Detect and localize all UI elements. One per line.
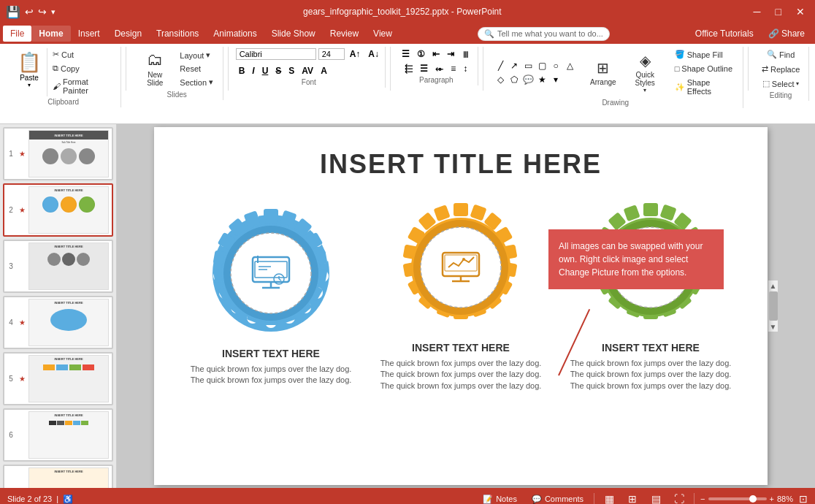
zoom-in-button[interactable]: + xyxy=(770,495,774,503)
quick-styles-button[interactable]: ◈ Quick Styles ▾ xyxy=(622,50,668,96)
right-scrollbar: ▲ ▼ xyxy=(768,280,778,332)
justify-button[interactable]: ≡ xyxy=(448,63,459,75)
shape-arrow[interactable]: ↗ xyxy=(508,59,521,72)
menu-view[interactable]: View xyxy=(366,26,399,42)
comments-button[interactable]: 💬 Comments xyxy=(527,493,588,505)
menu-review[interactable]: Review xyxy=(323,26,366,42)
slide-thumb-4[interactable]: 4 ★ INSERT TITLE HERE xyxy=(3,296,113,349)
scroll-down-button[interactable]: ▼ xyxy=(768,321,778,332)
slide-thumb-3[interactable]: 3 ★ INSERT TITLE HERE xyxy=(3,240,113,293)
bullets-button[interactable]: ☰ xyxy=(399,48,413,60)
slide-thumb-6[interactable]: 6 ★ INSERT TITLE HERE xyxy=(3,408,113,462)
menu-slideshow[interactable]: Slide Show xyxy=(264,26,323,42)
replace-button[interactable]: ⇄ Replace xyxy=(758,63,803,75)
close-button[interactable]: ✕ xyxy=(792,4,809,19)
svg-point-71 xyxy=(421,227,501,308)
paste-dropdown-icon[interactable]: ▾ xyxy=(28,82,31,88)
increase-indent-button[interactable]: ⇥ xyxy=(444,48,457,60)
menu-insert[interactable]: Insert xyxy=(71,26,107,42)
reset-button[interactable]: Reset xyxy=(176,63,217,75)
shape-round-rect[interactable]: ▢ xyxy=(535,59,548,72)
numbering-button[interactable]: ① xyxy=(414,48,428,60)
gear-svg-orange xyxy=(395,202,527,333)
select-button[interactable]: ⬚ Select ▾ xyxy=(759,77,803,90)
zoom-out-button[interactable]: − xyxy=(700,495,705,503)
shape-pentagon[interactable]: ⬠ xyxy=(508,73,521,86)
slide-canvas[interactable]: INSERT TITLE HERE All images can be swap… xyxy=(154,127,768,485)
notes-button[interactable]: 📝 Notes xyxy=(478,493,521,505)
undo-icon[interactable]: ↩ xyxy=(25,6,34,18)
menu-design[interactable]: Design xyxy=(107,26,149,42)
shape-fill-button[interactable]: 🪣 Shape Fill xyxy=(671,48,738,61)
menu-home[interactable]: Home xyxy=(31,26,70,42)
columns-button[interactable]: ⫼ xyxy=(459,48,473,60)
decrease-indent-button[interactable]: ⇤ xyxy=(429,48,443,60)
menu-office-tutorials[interactable]: Office Tutorials xyxy=(688,26,761,42)
align-left-button[interactable]: ⬱ xyxy=(402,63,416,75)
increase-font-button[interactable]: A↑ xyxy=(347,48,364,60)
shape-callout[interactable]: 💬 xyxy=(521,73,535,86)
customize-icon[interactable]: ▾ xyxy=(51,7,56,17)
title-filename: gears_infographic_toolkit_19252.pptx - P… xyxy=(303,7,502,17)
slide-thumb-2[interactable]: 2 ★ INSERT TITLE HERE xyxy=(3,183,113,237)
minimize-button[interactable]: ─ xyxy=(749,4,765,19)
font-name-input[interactable] xyxy=(236,48,316,60)
slide-thumb-1[interactable]: 1 ★ INSERT TITLE HERE Sub Title Here xyxy=(3,127,113,180)
font-color-button[interactable]: A xyxy=(318,65,330,77)
redo-icon[interactable]: ↪ xyxy=(38,6,47,18)
section-button[interactable]: Section▾ xyxy=(176,76,217,88)
shape-star[interactable]: ★ xyxy=(535,73,548,86)
layout-button[interactable]: Layout▾ xyxy=(176,49,217,61)
fit-slide-button[interactable]: ⊡ xyxy=(799,493,808,504)
reading-view-button[interactable]: ▤ xyxy=(647,492,665,504)
presentation-button[interactable]: ⛶ xyxy=(670,492,688,504)
arrange-button[interactable]: ⊞ Arrange xyxy=(587,57,619,88)
save-icon[interactable]: 💾 xyxy=(6,5,20,19)
cut-button[interactable]: ✂ Cut xyxy=(49,48,115,61)
zoom-slider[interactable] xyxy=(708,497,767,500)
shape-effects-button[interactable]: ✨ Shape Effects xyxy=(671,77,738,97)
arrange-label: Arrange xyxy=(590,78,616,86)
menu-file[interactable]: File xyxy=(3,26,31,42)
format-painter-icon: 🖌 xyxy=(53,82,61,91)
shape-rect[interactable]: ▭ xyxy=(521,59,535,72)
shape-more[interactable]: ▾ xyxy=(549,73,562,86)
font-size-input[interactable] xyxy=(318,48,345,60)
align-center-button[interactable]: ☰ xyxy=(417,63,431,75)
find-button[interactable]: 🔍 Find xyxy=(763,48,798,61)
tell-me-bar[interactable]: 🔍 Tell me what you want to do... xyxy=(478,27,610,41)
new-slide-button[interactable]: 🗂 New Slide xyxy=(137,48,173,89)
menu-share[interactable]: 🔗 Share xyxy=(761,26,812,42)
scroll-track[interactable] xyxy=(768,291,778,321)
align-right-button[interactable]: ⬰ xyxy=(432,63,446,75)
menu-animations[interactable]: Animations xyxy=(206,26,264,42)
char-spacing-button[interactable]: AV xyxy=(299,65,316,77)
shadow-button[interactable]: S xyxy=(286,65,297,77)
mini-gear-blue xyxy=(42,196,58,213)
zoom-thumb xyxy=(749,495,757,503)
title-bar: 💾 ↩ ↪ ▾ gears_infographic_toolkit_19252.… xyxy=(0,0,815,23)
decrease-font-button[interactable]: A↓ xyxy=(365,48,382,60)
slide-sorter-button[interactable]: ⊞ xyxy=(624,492,641,504)
menu-transitions[interactable]: Transitions xyxy=(149,26,206,42)
svg-rect-20 xyxy=(264,209,278,222)
maximize-button[interactable]: □ xyxy=(771,4,786,19)
paste-button[interactable]: 📋 Paste ▾ xyxy=(12,48,47,96)
italic-button[interactable]: I xyxy=(249,65,257,77)
strikethrough-button[interactable]: S xyxy=(272,65,284,77)
scroll-thumb[interactable] xyxy=(769,291,778,321)
shape-outline-button[interactable]: □ Shape Outline xyxy=(671,63,738,75)
copy-button[interactable]: ⧉ Copy xyxy=(49,62,115,75)
shape-line[interactable]: ╱ xyxy=(494,59,507,72)
bold-button[interactable]: B xyxy=(236,65,248,77)
shape-triangle[interactable]: △ xyxy=(563,59,576,72)
shape-diamond[interactable]: ◇ xyxy=(494,73,507,86)
slide-thumb-7[interactable]: 7 ★ INSERT TITLE HERE xyxy=(3,465,113,488)
scroll-up-button[interactable]: ▲ xyxy=(768,280,778,291)
format-painter-button[interactable]: 🖌 Format Painter xyxy=(49,76,115,96)
normal-view-button[interactable]: ▦ xyxy=(600,492,618,504)
underline-button[interactable]: U xyxy=(259,65,272,77)
line-spacing-button[interactable]: ↕ xyxy=(460,63,470,75)
slide-thumb-5[interactable]: 5 ★ INSERT TITLE HERE xyxy=(3,352,113,405)
shape-circle[interactable]: ○ xyxy=(549,59,562,72)
